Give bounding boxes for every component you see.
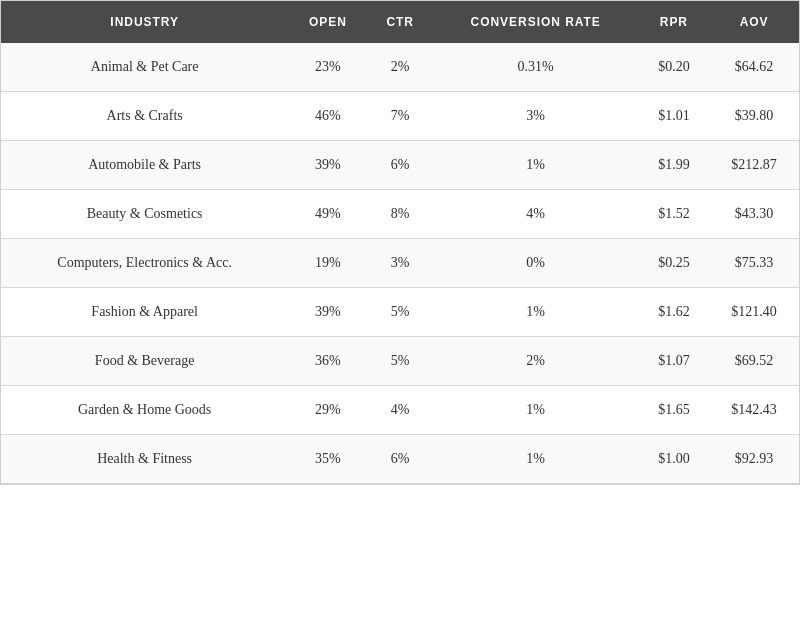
cell-rpr: $0.25 bbox=[639, 239, 710, 288]
cell-industry: Health & Fitness bbox=[1, 435, 288, 484]
cell-ctr: 2% bbox=[368, 43, 433, 92]
cell-industry: Beauty & Cosmetics bbox=[1, 190, 288, 239]
cell-conversion_rate: 1% bbox=[433, 435, 639, 484]
table-row: Health & Fitness35%6%1%$1.00$92.93 bbox=[1, 435, 799, 484]
cell-aov: $142.43 bbox=[709, 386, 799, 435]
industry-table: INDUSTRY OPEN CTR CONVERSION RATE RPR AO… bbox=[1, 1, 799, 484]
cell-ctr: 6% bbox=[368, 435, 433, 484]
cell-industry: Garden & Home Goods bbox=[1, 386, 288, 435]
cell-industry: Automobile & Parts bbox=[1, 141, 288, 190]
cell-rpr: $1.52 bbox=[639, 190, 710, 239]
col-header-aov: AOV bbox=[709, 1, 799, 43]
cell-rpr: $1.62 bbox=[639, 288, 710, 337]
cell-open: 29% bbox=[288, 386, 367, 435]
cell-industry: Animal & Pet Care bbox=[1, 43, 288, 92]
cell-industry: Arts & Crafts bbox=[1, 92, 288, 141]
cell-open: 39% bbox=[288, 141, 367, 190]
cell-industry: Food & Beverage bbox=[1, 337, 288, 386]
cell-conversion_rate: 1% bbox=[433, 288, 639, 337]
cell-industry: Fashion & Apparel bbox=[1, 288, 288, 337]
col-header-conversion-rate: CONVERSION RATE bbox=[433, 1, 639, 43]
cell-aov: $75.33 bbox=[709, 239, 799, 288]
cell-aov: $69.52 bbox=[709, 337, 799, 386]
cell-aov: $92.93 bbox=[709, 435, 799, 484]
table-row: Garden & Home Goods29%4%1%$1.65$142.43 bbox=[1, 386, 799, 435]
table-row: Fashion & Apparel39%5%1%$1.62$121.40 bbox=[1, 288, 799, 337]
cell-rpr: $1.99 bbox=[639, 141, 710, 190]
cell-conversion_rate: 0% bbox=[433, 239, 639, 288]
col-header-rpr: RPR bbox=[639, 1, 710, 43]
cell-aov: $121.40 bbox=[709, 288, 799, 337]
col-header-industry: INDUSTRY bbox=[1, 1, 288, 43]
cell-open: 19% bbox=[288, 239, 367, 288]
cell-conversion_rate: 4% bbox=[433, 190, 639, 239]
cell-ctr: 7% bbox=[368, 92, 433, 141]
cell-open: 23% bbox=[288, 43, 367, 92]
cell-aov: $212.87 bbox=[709, 141, 799, 190]
cell-ctr: 4% bbox=[368, 386, 433, 435]
col-header-ctr: CTR bbox=[368, 1, 433, 43]
cell-industry: Computers, Electronics & Acc. bbox=[1, 239, 288, 288]
cell-ctr: 3% bbox=[368, 239, 433, 288]
cell-conversion_rate: 1% bbox=[433, 386, 639, 435]
table-row: Arts & Crafts46%7%3%$1.01$39.80 bbox=[1, 92, 799, 141]
cell-conversion_rate: 3% bbox=[433, 92, 639, 141]
cell-aov: $64.62 bbox=[709, 43, 799, 92]
table-row: Automobile & Parts39%6%1%$1.99$212.87 bbox=[1, 141, 799, 190]
table-row: Food & Beverage36%5%2%$1.07$69.52 bbox=[1, 337, 799, 386]
cell-open: 35% bbox=[288, 435, 367, 484]
table-row: Animal & Pet Care23%2%0.31%$0.20$64.62 bbox=[1, 43, 799, 92]
cell-ctr: 5% bbox=[368, 288, 433, 337]
cell-open: 46% bbox=[288, 92, 367, 141]
cell-ctr: 5% bbox=[368, 337, 433, 386]
cell-rpr: $1.07 bbox=[639, 337, 710, 386]
table-row: Beauty & Cosmetics49%8%4%$1.52$43.30 bbox=[1, 190, 799, 239]
cell-conversion_rate: 0.31% bbox=[433, 43, 639, 92]
cell-open: 39% bbox=[288, 288, 367, 337]
cell-aov: $39.80 bbox=[709, 92, 799, 141]
cell-rpr: $1.01 bbox=[639, 92, 710, 141]
table-header: INDUSTRY OPEN CTR CONVERSION RATE RPR AO… bbox=[1, 1, 799, 43]
cell-conversion_rate: 2% bbox=[433, 337, 639, 386]
industry-table-container: INDUSTRY OPEN CTR CONVERSION RATE RPR AO… bbox=[0, 0, 800, 485]
cell-ctr: 8% bbox=[368, 190, 433, 239]
cell-open: 36% bbox=[288, 337, 367, 386]
cell-rpr: $1.00 bbox=[639, 435, 710, 484]
cell-rpr: $0.20 bbox=[639, 43, 710, 92]
cell-open: 49% bbox=[288, 190, 367, 239]
cell-rpr: $1.65 bbox=[639, 386, 710, 435]
cell-aov: $43.30 bbox=[709, 190, 799, 239]
cell-ctr: 6% bbox=[368, 141, 433, 190]
table-body: Animal & Pet Care23%2%0.31%$0.20$64.62Ar… bbox=[1, 43, 799, 484]
table-row: Computers, Electronics & Acc.19%3%0%$0.2… bbox=[1, 239, 799, 288]
header-row: INDUSTRY OPEN CTR CONVERSION RATE RPR AO… bbox=[1, 1, 799, 43]
cell-conversion_rate: 1% bbox=[433, 141, 639, 190]
col-header-open: OPEN bbox=[288, 1, 367, 43]
